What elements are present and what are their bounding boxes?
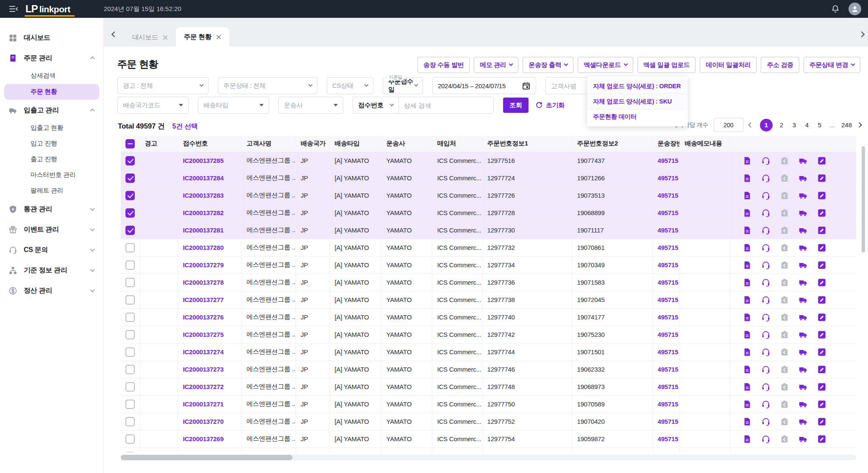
action-button[interactable]: 송장 수동 발번 xyxy=(417,57,470,73)
cell-receipt-no[interactable]: IC2000137281 xyxy=(178,221,241,239)
search-button[interactable]: 조회 xyxy=(503,98,529,113)
cell-tracking-no[interactable]: 495715 xyxy=(652,413,679,430)
table-row[interactable]: IC2000137276 에스엔팬션그룹 ... JP [A] YAMATO Y… xyxy=(121,308,856,326)
table-row[interactable]: IC2000137285 에스엔팬션그룹 ... JP [A] YAMATO Y… xyxy=(121,152,856,169)
document-icon[interactable] xyxy=(743,208,752,218)
document-icon[interactable] xyxy=(743,382,752,392)
action-button[interactable]: 메모 관리 xyxy=(474,57,518,73)
table-row[interactable]: IC2000137278 에스엔팬션그룹 ... JP [A] YAMATO Y… xyxy=(121,274,856,291)
headset-icon[interactable] xyxy=(761,382,771,392)
selected-count-label[interactable]: 5건 선택 xyxy=(172,122,198,131)
dropdown-menu-item[interactable]: 자체 업로드 양식(세로) : ORDER xyxy=(587,78,688,94)
page-number[interactable]: 3 xyxy=(790,121,798,129)
truck-icon[interactable] xyxy=(798,330,808,339)
row-checkbox[interactable] xyxy=(125,260,135,270)
edit-icon[interactable] xyxy=(817,156,826,165)
cell-tracking-no[interactable]: 495715 xyxy=(652,152,679,169)
app-logo[interactable]: LP linkport xyxy=(25,3,70,15)
cell-tracking-no[interactable]: 495715 xyxy=(652,221,679,239)
cell-tracking-no[interactable]: 495715 xyxy=(652,169,679,187)
document-icon[interactable] xyxy=(743,156,752,165)
box-icon[interactable] xyxy=(780,400,789,409)
document-icon[interactable] xyxy=(743,452,752,453)
cell-tracking-no[interactable]: 495715 xyxy=(652,274,679,291)
document-icon[interactable] xyxy=(743,365,752,374)
sidebar-item-기준 정보 관리[interactable]: 기준 정보 관리 xyxy=(0,260,103,280)
table-row[interactable]: IC2000137274 에스엔팬션그룹 ... JP [A] YAMATO Y… xyxy=(121,343,856,361)
table-row[interactable]: IC2000137270 에스엔팬션그룹 ... JP [A] YAMATO Y… xyxy=(121,413,856,430)
cell-receipt-no[interactable]: IC2000137273 xyxy=(178,361,241,378)
table-row[interactable]: IC2000137277 에스엔팬션그룹 ... JP [A] YAMATO Y… xyxy=(121,291,856,308)
sidebar-item-통관 관리[interactable]: 통관 관리 xyxy=(0,199,103,219)
action-button[interactable]: 주문상태 변경 xyxy=(804,57,860,73)
edit-icon[interactable] xyxy=(817,365,826,374)
cell-receipt-no[interactable]: IC2000137276 xyxy=(178,308,241,326)
dropdown-menu-item[interactable]: 주문현황 데이터 xyxy=(587,109,688,124)
action-button[interactable]: 엑셀 일괄 업로드 xyxy=(637,57,696,73)
row-checkbox[interactable] xyxy=(125,434,135,444)
row-checkbox[interactable] xyxy=(125,347,135,357)
document-icon[interactable] xyxy=(743,278,752,287)
headset-icon[interactable] xyxy=(761,400,771,409)
cell-tracking-no[interactable]: 495715 xyxy=(652,343,679,361)
document-icon[interactable] xyxy=(743,174,752,183)
cell-tracking-no[interactable]: 495715 xyxy=(652,326,679,343)
headset-icon[interactable] xyxy=(761,313,771,322)
document-icon[interactable] xyxy=(743,226,752,235)
sidebar-sub-item-팔레트 관리[interactable]: 팔레트 관리 xyxy=(0,183,103,199)
action-button[interactable]: 데이터 일괄처리 xyxy=(700,57,757,73)
edit-icon[interactable] xyxy=(817,295,826,305)
box-icon[interactable] xyxy=(780,295,789,305)
edit-icon[interactable] xyxy=(817,417,826,426)
table-row[interactable]: IC2000137279 에스엔팬션그룹 ... JP [A] YAMATO Y… xyxy=(121,256,856,274)
sidebar-item-대시보드[interactable]: 대시보드 xyxy=(0,28,103,48)
cell-tracking-no[interactable]: 495715 xyxy=(652,187,679,204)
edit-icon[interactable] xyxy=(817,452,826,453)
action-button[interactable]: 엑셀다운로드 xyxy=(578,57,633,73)
row-checkbox[interactable] xyxy=(125,208,135,218)
table-row[interactable]: IC2000137269 에스엔팬션그룹 ... JP [A] YAMATO Y… xyxy=(121,430,856,448)
row-checkbox[interactable] xyxy=(125,191,135,200)
cell-tracking-no[interactable]: 495715 xyxy=(652,361,679,378)
carrier-filter-select[interactable]: 운송사 xyxy=(278,97,343,114)
sidebar-item-이벤트 관리[interactable]: 이벤트 관리 xyxy=(0,220,103,239)
action-button[interactable]: 운송장 출력 xyxy=(523,57,573,73)
cell-receipt-no[interactable]: IC2000137285 xyxy=(178,152,241,169)
headset-icon[interactable] xyxy=(761,347,771,357)
document-icon[interactable] xyxy=(743,295,752,305)
edit-icon[interactable] xyxy=(817,330,826,339)
cell-receipt-no[interactable]: IC2000137283 xyxy=(178,187,241,204)
edit-icon[interactable] xyxy=(817,226,826,235)
warning-filter-select[interactable]: 경고 : 전체 xyxy=(117,77,209,94)
cell-receipt-no[interactable]: IC2000137274 xyxy=(178,343,241,361)
truck-icon[interactable] xyxy=(798,208,808,218)
headset-icon[interactable] xyxy=(761,278,771,287)
base-date-type-select[interactable]: 기준일 주문접수일 xyxy=(383,77,423,94)
table-row[interactable]: IC2000137283 에스엔팬션그룹 ... JP [A] YAMATO Y… xyxy=(121,187,856,204)
cell-tracking-no[interactable]: 495715 xyxy=(652,430,679,448)
headset-icon[interactable] xyxy=(761,208,771,218)
box-icon[interactable] xyxy=(780,434,789,444)
cell-receipt-no[interactable]: IC2000137271 xyxy=(178,395,241,413)
edit-icon[interactable] xyxy=(817,260,826,270)
truck-icon[interactable] xyxy=(798,174,808,183)
cell-tracking-no[interactable]: 495715 xyxy=(652,204,679,221)
edit-icon[interactable] xyxy=(817,434,826,444)
search-field-select[interactable]: 접수번호 xyxy=(353,97,399,113)
user-avatar[interactable] xyxy=(849,3,861,15)
box-icon[interactable] xyxy=(780,191,789,200)
tab-order-status[interactable]: 주문 현황 xyxy=(176,27,229,47)
table-row[interactable]: IC2000137280 에스엔팬션그룹 ... JP [A] YAMATO Y… xyxy=(121,239,856,256)
per-page-input[interactable] xyxy=(714,118,743,132)
cell-tracking-no[interactable]: 495715 xyxy=(652,256,679,274)
row-checkbox[interactable] xyxy=(125,365,135,374)
box-icon[interactable] xyxy=(780,226,789,235)
document-icon[interactable] xyxy=(743,191,752,200)
date-range-picker[interactable]: 2024/04/15 – 2024/07/15 xyxy=(432,77,536,94)
cell-receipt-no[interactable]: IC2000137279 xyxy=(178,256,241,274)
box-icon[interactable] xyxy=(780,330,789,339)
box-icon[interactable] xyxy=(780,208,789,218)
truck-icon[interactable] xyxy=(798,156,808,165)
headset-icon[interactable] xyxy=(761,417,771,426)
cell-receipt-no[interactable]: IC2000137270 xyxy=(178,413,241,430)
